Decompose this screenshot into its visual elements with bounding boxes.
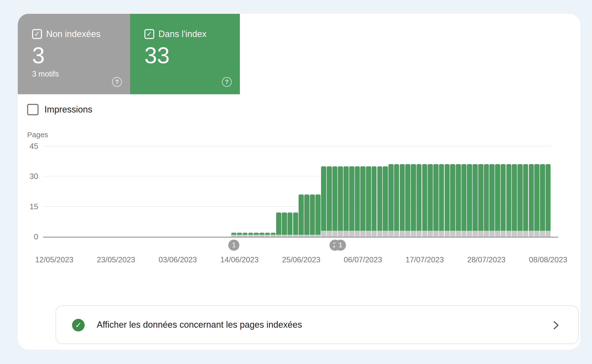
bar-indexed[interactable] <box>287 212 293 235</box>
bar-indexed[interactable] <box>360 166 365 231</box>
bar-non-indexed[interactable] <box>276 235 281 237</box>
bar-non-indexed[interactable] <box>501 231 506 237</box>
bar-indexed[interactable] <box>433 164 439 230</box>
bar-indexed[interactable] <box>304 194 309 235</box>
bar-indexed[interactable] <box>422 164 427 230</box>
bar-non-indexed[interactable] <box>299 235 304 237</box>
bar-indexed[interactable] <box>540 164 545 230</box>
bar-indexed[interactable] <box>338 166 343 231</box>
bar-non-indexed[interactable] <box>372 231 377 237</box>
bar-indexed[interactable] <box>327 166 332 231</box>
bar-non-indexed[interactable] <box>512 231 517 237</box>
bar-indexed[interactable] <box>489 164 495 230</box>
indexed-checkbox[interactable]: ✓ <box>144 29 154 39</box>
bar-indexed[interactable] <box>428 164 433 230</box>
bar-indexed[interactable] <box>523 164 528 230</box>
bar-indexed[interactable] <box>405 164 410 230</box>
bar-non-indexed[interactable] <box>293 235 298 237</box>
bar-non-indexed[interactable] <box>355 231 360 237</box>
indexed-pages-data-link[interactable]: ✓ Afficher les données concernant les pa… <box>56 306 579 344</box>
bar-non-indexed[interactable] <box>400 231 405 237</box>
bar-indexed[interactable] <box>473 164 478 230</box>
bar-indexed[interactable] <box>349 166 354 231</box>
bar-indexed[interactable] <box>517 164 523 230</box>
bar-non-indexed[interactable] <box>287 235 293 237</box>
bar-indexed[interactable] <box>259 233 265 235</box>
bar-indexed[interactable] <box>271 233 276 235</box>
bar-non-indexed[interactable] <box>237 235 242 237</box>
impressions-checkbox[interactable] <box>27 104 38 115</box>
bar-indexed[interactable] <box>265 233 270 235</box>
bar-indexed[interactable] <box>411 164 416 230</box>
bar-indexed[interactable] <box>546 164 551 230</box>
bar-non-indexed[interactable] <box>271 235 276 237</box>
bar-non-indexed[interactable] <box>315 235 321 237</box>
bar-indexed[interactable] <box>484 164 489 230</box>
bar-indexed[interactable] <box>534 164 539 230</box>
bar-non-indexed[interactable] <box>417 231 422 237</box>
not-indexed-checkbox[interactable]: ✓ <box>32 29 42 39</box>
bar-indexed[interactable] <box>243 233 248 235</box>
help-icon[interactable]: ? <box>112 77 122 87</box>
bar-non-indexed[interactable] <box>248 235 253 237</box>
bar-non-indexed[interactable] <box>332 231 338 237</box>
bar-indexed[interactable] <box>478 164 483 230</box>
bar-non-indexed[interactable] <box>517 231 523 237</box>
bar-indexed[interactable] <box>417 164 422 230</box>
bar-indexed[interactable] <box>377 166 382 231</box>
bar-non-indexed[interactable] <box>529 231 534 237</box>
bar-non-indexed[interactable] <box>495 231 500 237</box>
bar-non-indexed[interactable] <box>439 231 444 237</box>
bar-indexed[interactable] <box>321 166 326 231</box>
bar-non-indexed[interactable] <box>467 231 472 237</box>
bar-non-indexed[interactable] <box>534 231 539 237</box>
bar-non-indexed[interactable] <box>327 231 332 237</box>
bar-non-indexed[interactable] <box>540 231 545 237</box>
bar-non-indexed[interactable] <box>546 231 551 237</box>
bar-non-indexed[interactable] <box>388 231 394 237</box>
bar-non-indexed[interactable] <box>360 231 365 237</box>
not-indexed-card[interactable]: ✓ Non indexées 3 3 motifs ? <box>18 14 130 94</box>
milestone-badge[interactable]: 1 <box>335 240 346 251</box>
bar-indexed[interactable] <box>276 212 281 235</box>
bar-indexed[interactable] <box>394 164 399 230</box>
bar-non-indexed[interactable] <box>254 235 259 237</box>
bar-indexed[interactable] <box>501 164 506 230</box>
bar-non-indexed[interactable] <box>405 231 410 237</box>
bar-non-indexed[interactable] <box>473 231 478 237</box>
bar-non-indexed[interactable] <box>231 235 236 237</box>
bar-non-indexed[interactable] <box>394 231 399 237</box>
bar-indexed[interactable] <box>383 166 388 231</box>
bar-non-indexed[interactable] <box>428 231 433 237</box>
bar-indexed[interactable] <box>388 164 394 230</box>
bar-indexed[interactable] <box>529 164 534 230</box>
bar-non-indexed[interactable] <box>338 231 343 237</box>
bar-indexed[interactable] <box>237 233 242 235</box>
bar-indexed[interactable] <box>293 212 298 235</box>
milestone-badge[interactable]: 1 <box>228 240 239 251</box>
bar-indexed[interactable] <box>254 233 259 235</box>
bar-non-indexed[interactable] <box>445 231 450 237</box>
bar-non-indexed[interactable] <box>377 231 382 237</box>
bar-non-indexed[interactable] <box>265 235 270 237</box>
bar-indexed[interactable] <box>456 164 461 230</box>
bar-non-indexed[interactable] <box>344 231 349 237</box>
bar-non-indexed[interactable] <box>349 231 354 237</box>
bar-indexed[interactable] <box>344 166 349 231</box>
bar-non-indexed[interactable] <box>523 231 528 237</box>
bar-indexed[interactable] <box>248 233 253 235</box>
bar-non-indexed[interactable] <box>433 231 439 237</box>
bar-non-indexed[interactable] <box>259 235 265 237</box>
bar-indexed[interactable] <box>282 212 287 235</box>
bar-non-indexed[interactable] <box>243 235 248 237</box>
bar-non-indexed[interactable] <box>461 231 467 237</box>
bar-indexed[interactable] <box>512 164 517 230</box>
bar-indexed[interactable] <box>231 233 236 235</box>
bar-indexed[interactable] <box>495 164 500 230</box>
bar-indexed[interactable] <box>310 194 315 235</box>
bar-indexed[interactable] <box>461 164 467 230</box>
bar-non-indexed[interactable] <box>478 231 483 237</box>
bar-indexed[interactable] <box>315 194 321 235</box>
bar-non-indexed[interactable] <box>366 231 371 237</box>
bar-non-indexed[interactable] <box>422 231 427 237</box>
